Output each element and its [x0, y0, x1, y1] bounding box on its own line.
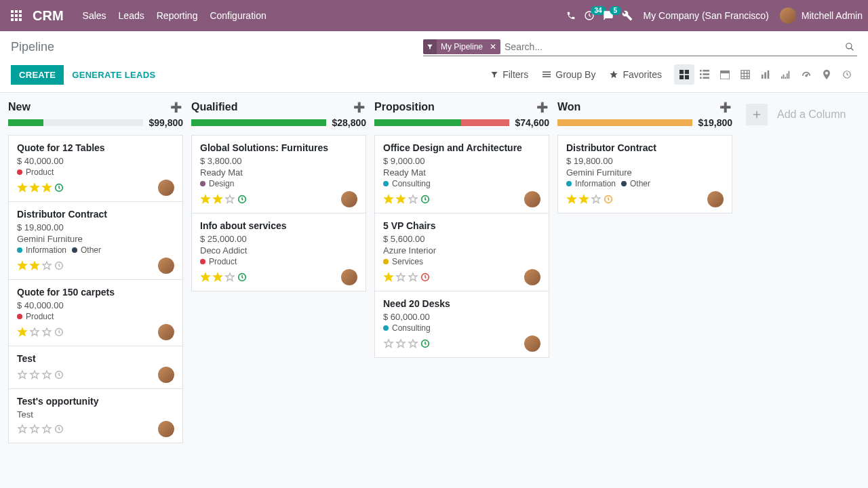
- kanban-card[interactable]: Test's opportunity Test: [9, 389, 182, 443]
- star-icon[interactable]: [212, 272, 223, 283]
- activity-clock-icon[interactable]: [54, 182, 64, 193]
- view-list[interactable]: [694, 64, 715, 85]
- star-icon[interactable]: [408, 338, 418, 349]
- star-icon[interactable]: [578, 194, 589, 205]
- star-icon[interactable]: [224, 272, 235, 283]
- assignee-avatar-icon[interactable]: [341, 191, 357, 207]
- assignee-avatar-icon[interactable]: [158, 421, 174, 437]
- view-kanban[interactable]: [674, 64, 694, 85]
- star-icon[interactable]: [41, 424, 52, 434]
- star-icon[interactable]: [17, 424, 28, 434]
- plus-icon[interactable]: [746, 104, 768, 125]
- star-icon[interactable]: [29, 327, 40, 338]
- assignee-avatar-icon[interactable]: [158, 324, 174, 340]
- assignee-avatar-icon[interactable]: [524, 191, 540, 207]
- menu-reporting[interactable]: Reporting: [157, 10, 198, 21]
- kanban-card[interactable]: Need 20 Desks $ 60,000.00Consulting: [375, 291, 549, 357]
- view-graph[interactable]: [755, 64, 776, 85]
- kanban-card[interactable]: Distributor Contract $ 19,800.00Gemini F…: [558, 136, 732, 213]
- create-button[interactable]: CREATE: [11, 65, 64, 85]
- activity-clock-icon[interactable]: [420, 272, 431, 283]
- kanban-card[interactable]: Quote for 150 carpets $ 40,000.00Product: [9, 280, 182, 346]
- activity-clock-icon[interactable]: [54, 327, 64, 338]
- activity-clock-icon[interactable]: [237, 272, 248, 283]
- star-icon[interactable]: [17, 327, 28, 338]
- activity-clock-icon[interactable]: [420, 194, 431, 205]
- priority-stars[interactable]: [566, 194, 614, 205]
- view-calendar[interactable]: [715, 64, 735, 85]
- star-icon[interactable]: [395, 272, 406, 283]
- priority-stars[interactable]: [17, 260, 64, 271]
- star-icon[interactable]: [383, 338, 394, 349]
- star-icon[interactable]: [41, 369, 52, 380]
- star-icon[interactable]: [29, 424, 40, 434]
- view-pivot[interactable]: [735, 64, 755, 85]
- star-icon[interactable]: [41, 260, 52, 271]
- user-menu[interactable]: Mitchell Admin: [780, 7, 863, 24]
- add-column[interactable]: Add a Column: [741, 101, 851, 128]
- priority-stars[interactable]: [17, 182, 64, 193]
- column-title[interactable]: Won: [557, 101, 580, 113]
- star-icon[interactable]: [395, 194, 406, 205]
- kanban-card[interactable]: Global Solutions: Furnitures $ 3,800.00R…: [192, 136, 366, 214]
- activity-clock-icon[interactable]: [54, 424, 64, 434]
- debug-icon[interactable]: [622, 10, 633, 21]
- favorites-dropdown[interactable]: Favorites: [609, 69, 662, 80]
- star-icon[interactable]: [224, 194, 235, 205]
- column-progress-bar[interactable]: [557, 119, 692, 126]
- assignee-avatar-icon[interactable]: [341, 269, 357, 285]
- star-icon[interactable]: [383, 194, 394, 205]
- activity-clock-icon[interactable]: [54, 369, 64, 380]
- app-brand[interactable]: CRM: [33, 8, 64, 24]
- activity-clock-icon[interactable]: [54, 260, 64, 271]
- activity-clock-icon[interactable]: [237, 194, 248, 205]
- view-map[interactable]: [816, 64, 837, 85]
- star-icon[interactable]: [17, 260, 28, 271]
- column-progress-bar[interactable]: [191, 119, 326, 126]
- assignee-avatar-icon[interactable]: [158, 180, 174, 196]
- quick-create-icon[interactable]: ➕: [536, 102, 548, 113]
- kanban-card[interactable]: Test: [9, 346, 182, 389]
- priority-stars[interactable]: [383, 338, 431, 349]
- star-icon[interactable]: [395, 338, 406, 349]
- kanban-card[interactable]: Office Design and Architecture $ 9,000.0…: [375, 136, 549, 214]
- star-icon[interactable]: [383, 272, 394, 283]
- quick-create-icon[interactable]: ➕: [719, 102, 731, 113]
- star-icon[interactable]: [29, 182, 40, 193]
- priority-stars[interactable]: [383, 194, 431, 205]
- assignee-avatar-icon[interactable]: [158, 367, 174, 383]
- activity-clock-icon[interactable]: [420, 338, 431, 349]
- messaging-icon[interactable]: 5: [603, 10, 614, 21]
- star-icon[interactable]: [200, 194, 211, 205]
- menu-configuration[interactable]: Configuration: [210, 10, 266, 21]
- view-activity[interactable]: [837, 64, 857, 85]
- search-input[interactable]: [500, 40, 842, 54]
- kanban-card[interactable]: Quote for 12 Tables $ 40,000.00Product: [9, 136, 182, 202]
- column-title[interactable]: Proposition: [374, 101, 435, 113]
- column-title[interactable]: New: [8, 101, 31, 113]
- priority-stars[interactable]: [17, 424, 64, 434]
- star-icon[interactable]: [29, 260, 40, 271]
- star-icon[interactable]: [29, 369, 40, 380]
- star-icon[interactable]: [200, 272, 211, 283]
- star-icon[interactable]: [41, 182, 52, 193]
- view-dashboard[interactable]: [796, 64, 816, 85]
- column-progress-bar[interactable]: [374, 119, 509, 126]
- kanban-card[interactable]: Info about services $ 25,000.00Deco Addi…: [192, 214, 366, 291]
- assignee-avatar-icon[interactable]: [524, 269, 540, 285]
- phone-icon[interactable]: [566, 11, 576, 20]
- star-icon[interactable]: [566, 194, 577, 205]
- company-switcher[interactable]: My Company (San Francisco): [644, 10, 769, 21]
- quick-create-icon[interactable]: ➕: [170, 102, 182, 113]
- filters-dropdown[interactable]: Filters: [490, 69, 528, 80]
- star-icon[interactable]: [591, 194, 601, 205]
- star-icon[interactable]: [408, 272, 418, 283]
- star-icon[interactable]: [17, 182, 28, 193]
- column-title[interactable]: Qualified: [191, 101, 237, 113]
- activities-icon[interactable]: 34: [584, 10, 595, 21]
- star-icon[interactable]: [408, 194, 418, 205]
- priority-stars[interactable]: [17, 327, 64, 338]
- priority-stars[interactable]: [200, 194, 248, 205]
- search-icon[interactable]: [842, 42, 857, 52]
- assignee-avatar-icon[interactable]: [524, 336, 540, 352]
